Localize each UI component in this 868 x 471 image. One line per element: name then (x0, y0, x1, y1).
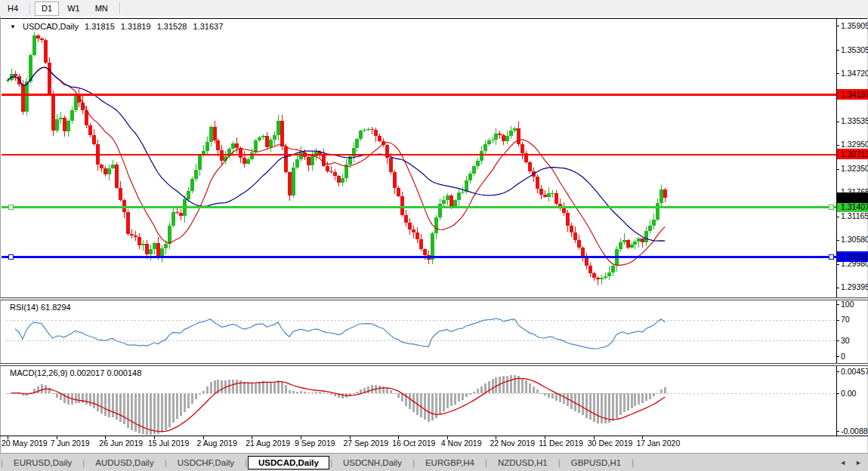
rsi-line (15, 319, 665, 349)
moving-averages (8, 67, 665, 265)
chart-workspace: 1.359051.353051.347201.341351.335351.329… (0, 17, 868, 453)
hline-1.30155[interactable] (2, 254, 836, 259)
price-badge-1.31407: 1.31407 (837, 202, 868, 212)
rsi-axis: 10070300 (836, 300, 854, 361)
svg-text:-0.00889: -0.00889 (841, 426, 868, 436)
svg-text:1.31165: 1.31165 (841, 211, 868, 220)
toolbar-separator (119, 3, 120, 14)
rsi-indicator-label: RSI(14) 61.8294 (10, 303, 71, 312)
tab-eurusd-daily[interactable]: EURUSD,Daily (4, 456, 82, 469)
macd-histogram (7, 375, 666, 435)
tab-separator: | (631, 458, 635, 467)
svg-text:4 Nov 2019: 4 Nov 2019 (441, 439, 482, 448)
svg-text:1.35905: 1.35905 (841, 21, 868, 30)
ohlc-close: 1.31637 (193, 22, 224, 31)
tab-usdcad-daily[interactable]: USDCAD,Daily (248, 456, 329, 469)
panel-splitter-macd[interactable] (0, 363, 868, 366)
macd-axis: 0.0045720.00-0.00889 (836, 367, 868, 436)
svg-text:1.35305: 1.35305 (841, 45, 868, 54)
toolbar-separator (29, 3, 30, 14)
svg-text:1.32350: 1.32350 (841, 164, 868, 173)
svg-text:2 Aug 2019: 2 Aug 2019 (197, 439, 237, 448)
timeframe-button-mn[interactable]: MN (88, 2, 115, 16)
svg-text:1.30155: 1.30155 (841, 252, 868, 261)
mt4-window: H4D1W1MN 1.359051.353051.347201.341351.3… (0, 0, 868, 471)
svg-text:0.00: 0.00 (841, 389, 857, 398)
svg-text:1.32713: 1.32713 (841, 149, 868, 159)
svg-text:11 Dec 2019: 11 Dec 2019 (539, 439, 583, 448)
svg-text:27 Sep 2019: 27 Sep 2019 (344, 439, 389, 448)
svg-text:100: 100 (841, 300, 854, 309)
svg-text:21 Aug 2019: 21 Aug 2019 (246, 439, 290, 448)
svg-text:70: 70 (841, 315, 850, 324)
price-badge-1.30155: 1.30155 (837, 251, 868, 262)
svg-text:17 Jan 2020: 17 Jan 2020 (636, 439, 680, 448)
svg-text:30 Dec 2019: 30 Dec 2019 (588, 439, 633, 448)
scroll-left-icon[interactable]: ◄ (839, 459, 846, 466)
svg-text:1.34197: 1.34197 (841, 90, 868, 99)
tab-usdcnh-daily[interactable]: USDCNH,Daily (333, 456, 412, 469)
current-price-badge: 1.31637 (837, 192, 868, 203)
svg-text:22 Nov 2019: 22 Nov 2019 (490, 439, 535, 448)
chart-tabs: |EURUSD,Daily|AUDUSD,Daily|USDCHF,Daily|… (0, 453, 868, 471)
svg-text:7 Jun 2019: 7 Jun 2019 (51, 439, 90, 448)
svg-text:20 May 2019: 20 May 2019 (2, 439, 48, 448)
indicator-gridlines (6, 320, 836, 393)
svg-text:1.31637: 1.31637 (841, 193, 868, 202)
svg-text:1.33535: 1.33535 (841, 116, 868, 125)
tab-usdchf-daily[interactable]: USDCHF,Daily (168, 456, 244, 469)
timeframe-button-w1[interactable]: W1 (60, 2, 87, 16)
chart-title: ▼ USDCAD,Daily 1.31815 1.31819 1.31528 1… (10, 22, 227, 31)
timeframe-toolbar: H4D1W1MN (0, 0, 868, 17)
candlesticks (6, 32, 667, 285)
ohlc-high: 1.31819 (121, 22, 151, 31)
svg-text:15 Jul 2019: 15 Jul 2019 (148, 439, 189, 448)
scroll-right-icon[interactable]: ► (855, 459, 862, 466)
panel-splitter-rsi[interactable] (0, 297, 868, 300)
timeframe-button-h4[interactable]: H4 (1, 2, 25, 16)
svg-text:1.31407: 1.31407 (841, 202, 868, 211)
tab-audusd-daily[interactable]: AUDUSD,Daily (85, 456, 163, 469)
svg-text:1.34720: 1.34720 (841, 69, 868, 78)
collapse-icon[interactable]: ▼ (10, 23, 16, 30)
ohlc-open: 1.31815 (85, 22, 115, 31)
svg-text:0.004572: 0.004572 (841, 367, 868, 376)
timeframe-button-d1[interactable]: D1 (35, 2, 59, 16)
tab-eurgbp-h4[interactable]: EURGBP,H4 (415, 456, 484, 469)
svg-text:26 Jun 2019: 26 Jun 2019 (99, 439, 143, 448)
ohlc-low: 1.31528 (157, 22, 187, 31)
tab-gbpusd-h1[interactable]: GBPUSD,H1 (561, 456, 631, 469)
price-badge-1.32713: 1.32713 (837, 149, 868, 159)
svg-text:1.32950: 1.32950 (841, 140, 868, 149)
svg-text:1.30580: 1.30580 (841, 235, 868, 244)
chart-symbol: USDCAD,Daily (23, 22, 79, 31)
date-axis: 20 May 20197 Jun 201926 Jun 201915 Jul 2… (2, 436, 680, 448)
tab-nzdusd-h1[interactable]: NZDUSD,H1 (488, 456, 558, 469)
svg-text:0: 0 (841, 352, 845, 361)
chart-canvas[interactable]: 1.359051.353051.347201.341351.335351.329… (0, 17, 868, 453)
hline-1.31407[interactable] (2, 205, 836, 209)
price-badge-1.34197: 1.34197 (837, 89, 868, 100)
svg-text:30: 30 (841, 336, 850, 345)
macd-indicator-label: MACD(12,26,9) 0.002017 0.000148 (10, 368, 141, 377)
svg-text:9 Sep 2019: 9 Sep 2019 (295, 439, 335, 448)
svg-text:16 Oct 2019: 16 Oct 2019 (392, 439, 435, 448)
svg-text:1.29395: 1.29395 (841, 282, 868, 291)
